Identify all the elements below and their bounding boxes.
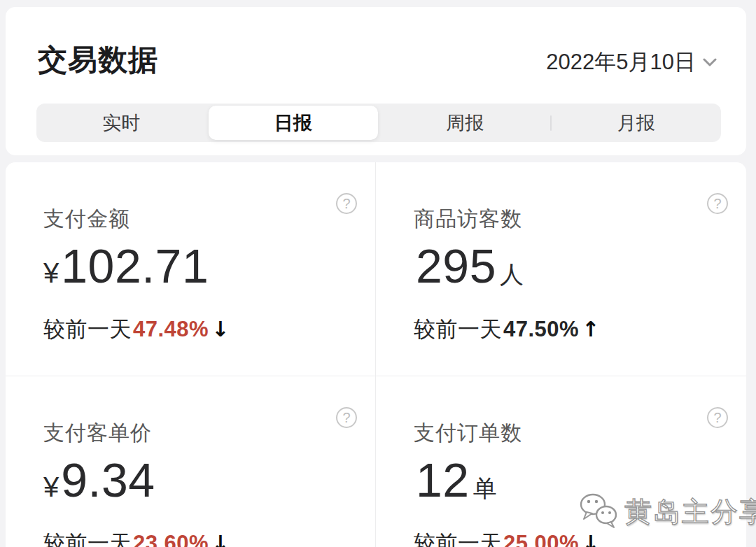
- metric-change: 较前一天 47.50% ↑: [414, 315, 746, 344]
- compare-label: 较前一天: [414, 529, 502, 547]
- tab-monthly[interactable]: 月报: [552, 104, 722, 142]
- metric-value: ¥ 9.34: [43, 456, 375, 504]
- up-arrow-icon: ↑: [582, 317, 600, 341]
- report-period-tabs: 实时 日报 周报 月报: [36, 104, 721, 142]
- metrics-grid: ? 支付金额 ¥ 102.71 较前一天 47.48% ↓ ? 商品访客数 29…: [6, 162, 746, 547]
- help-icon[interactable]: ?: [707, 193, 728, 214]
- date-picker[interactable]: 2022年5月10日: [546, 48, 717, 77]
- page-title: 交易数据: [38, 41, 158, 80]
- compare-label: 较前一天: [43, 315, 132, 344]
- help-icon[interactable]: ?: [336, 407, 357, 428]
- tab-weekly[interactable]: 周报: [380, 104, 550, 142]
- compare-label: 较前一天: [43, 529, 132, 547]
- date-label: 2022年5月10日: [546, 48, 696, 77]
- metric-label: 支付订单数: [414, 421, 746, 445]
- metric-number: 12: [416, 456, 470, 504]
- help-icon[interactable]: ?: [707, 407, 728, 428]
- unit-suffix: 单: [473, 476, 497, 500]
- percent-value: 25.00%: [503, 531, 579, 547]
- help-icon[interactable]: ?: [336, 193, 357, 214]
- compare-label: 较前一天: [414, 315, 502, 344]
- down-arrow-icon: ↓: [582, 531, 600, 547]
- card-payment-orders: ? 支付订单数 12 单 较前一天 25.00% ↓: [376, 376, 746, 547]
- tab-daily[interactable]: 日报: [209, 106, 379, 140]
- metric-value: 12 单: [414, 456, 746, 504]
- metric-label: 商品访客数: [414, 207, 746, 231]
- metric-value: 295 人: [414, 242, 746, 290]
- down-arrow-icon: ↓: [211, 317, 230, 341]
- tab-realtime[interactable]: 实时: [36, 104, 206, 142]
- percent-value: 47.48%: [133, 317, 209, 342]
- percent-value: 47.50%: [503, 317, 579, 342]
- metric-label: 支付客单价: [43, 421, 375, 445]
- metric-value: ¥ 102.71: [43, 242, 375, 290]
- currency-symbol: ¥: [43, 259, 59, 287]
- metric-change: 较前一天 23.60% ↓: [43, 529, 375, 547]
- metric-change: 较前一天 47.48% ↓: [43, 315, 375, 344]
- currency-symbol: ¥: [43, 473, 59, 501]
- metric-label: 支付金额: [43, 207, 375, 231]
- unit-suffix: 人: [500, 262, 524, 286]
- percent-value: 23.60%: [133, 531, 209, 547]
- header-panel: 交易数据 2022年5月10日 实时 日报 周报 月报: [6, 7, 746, 155]
- metric-change: 较前一天 25.00% ↓: [414, 529, 746, 547]
- card-payment-per-customer: ? 支付客单价 ¥ 9.34 较前一天 23.60% ↓: [6, 376, 376, 547]
- metric-number: 102.71: [61, 242, 209, 290]
- card-product-visitors: ? 商品访客数 295 人 较前一天 47.50% ↑: [376, 162, 746, 376]
- down-arrow-icon: ↓: [211, 531, 230, 547]
- chevron-down-icon: [703, 57, 717, 70]
- card-payment-amount: ? 支付金额 ¥ 102.71 较前一天 47.48% ↓: [6, 162, 376, 376]
- metric-number: 9.34: [61, 456, 155, 504]
- metric-number: 295: [416, 242, 496, 290]
